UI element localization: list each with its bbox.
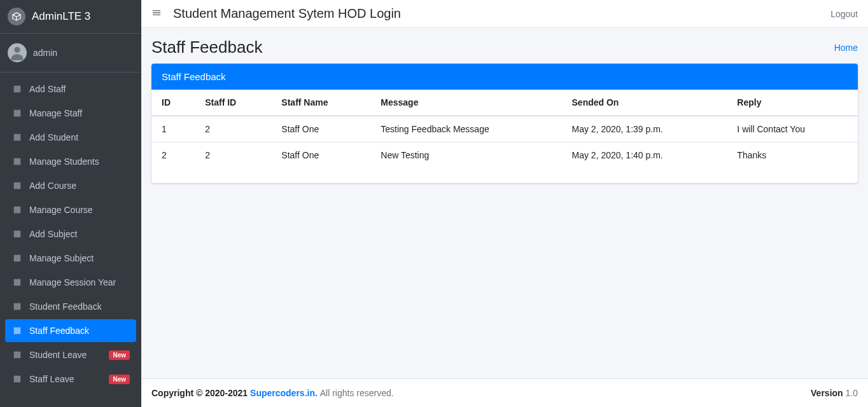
footer: Copyright © 2020-2021 Supercoders.in. Al… bbox=[141, 378, 868, 407]
sidebar: AdminLTE 3 admin Add StaffManage StaffAd… bbox=[0, 0, 141, 407]
cell-id: 1 bbox=[151, 116, 195, 142]
grid-icon bbox=[11, 156, 23, 167]
cell-sended_on: May 2, 2020, 1:39 p.m. bbox=[562, 116, 727, 142]
feedback-card: Staff Feedback IDStaff IDStaff NameMessa… bbox=[151, 64, 858, 183]
navbar-title: Student Management Sytem HOD Login bbox=[173, 6, 401, 21]
user-panel[interactable]: admin bbox=[0, 34, 141, 72]
sidebar-item-add-course[interactable]: Add Course bbox=[5, 174, 136, 197]
sidebar-item-label: Manage Session Year bbox=[29, 277, 116, 287]
cell-id: 2 bbox=[151, 142, 195, 169]
cell-staff_id: 2 bbox=[195, 116, 271, 142]
sidebar-item-staff-feedback[interactable]: Staff Feedback bbox=[5, 319, 136, 342]
grid-icon bbox=[11, 83, 23, 95]
sidebar-item-label: Manage Staff bbox=[29, 108, 82, 118]
breadcrumb: Home bbox=[834, 43, 858, 53]
grid-icon bbox=[11, 349, 23, 361]
sidebar-item-label: Staff Feedback bbox=[29, 326, 89, 336]
grid-icon bbox=[11, 277, 23, 288]
breadcrumb-home[interactable]: Home bbox=[834, 43, 858, 53]
column-header: Sended On bbox=[562, 90, 727, 116]
sidebar-nav: Add StaffManage StaffAdd StudentManage S… bbox=[0, 72, 141, 397]
sidebar-item-add-subject[interactable]: Add Subject bbox=[5, 223, 136, 245]
grid-icon bbox=[11, 373, 23, 385]
grid-icon bbox=[11, 301, 23, 312]
badge-new: New bbox=[109, 350, 130, 360]
sidebar-item-manage-course[interactable]: Manage Course bbox=[5, 198, 136, 221]
sidebar-item-manage-session-year[interactable]: Manage Session Year bbox=[5, 271, 136, 294]
sidebar-item-label: Staff Leave bbox=[29, 374, 74, 384]
sidebar-item-manage-subject[interactable]: Manage Subject bbox=[5, 247, 136, 270]
sidebar-item-label: Add Subject bbox=[29, 229, 78, 239]
card-header: Staff Feedback bbox=[151, 64, 858, 90]
grid-icon bbox=[11, 180, 23, 191]
footer-version: 1.0 bbox=[843, 388, 858, 398]
sidebar-item-student-feedback[interactable]: Student Feedback bbox=[5, 295, 136, 318]
footer-suffix: All rights reserved. bbox=[320, 388, 394, 398]
brand-text: AdminLTE 3 bbox=[32, 10, 90, 23]
sidebar-item-label: Manage Subject bbox=[29, 253, 94, 263]
sidebar-item-label: Manage Students bbox=[29, 156, 99, 167]
cell-reply: I will Contact You bbox=[727, 116, 858, 142]
menu-toggle-icon[interactable] bbox=[151, 8, 162, 20]
avatar bbox=[8, 43, 27, 62]
sidebar-item-add-staff[interactable]: Add Staff bbox=[5, 78, 136, 100]
top-navbar: Student Management Sytem HOD Login Logou… bbox=[141, 0, 868, 28]
brand[interactable]: AdminLTE 3 bbox=[0, 0, 141, 34]
content-header: Staff Feedback Home bbox=[141, 28, 868, 64]
grid-icon bbox=[11, 204, 23, 216]
sidebar-item-add-student[interactable]: Add Student bbox=[5, 126, 136, 149]
sidebar-item-label: Student Leave bbox=[29, 350, 87, 360]
column-header: Reply bbox=[727, 90, 858, 116]
cell-staff_name: Staff One bbox=[271, 116, 370, 142]
grid-icon bbox=[11, 252, 23, 264]
logout-link[interactable]: Logout bbox=[830, 9, 858, 19]
column-header: Message bbox=[370, 90, 561, 116]
grid-icon bbox=[11, 325, 23, 336]
footer-copyright: Copyright © 2020-2021 bbox=[151, 388, 250, 398]
sidebar-item-label: Add Student bbox=[29, 132, 78, 142]
column-header: Staff ID bbox=[195, 90, 271, 116]
sidebar-item-label: Add Course bbox=[29, 181, 76, 191]
table-row: 22Staff OneNew TestingMay 2, 2020, 1:40 … bbox=[151, 142, 858, 169]
sidebar-item-label: Add Staff bbox=[29, 84, 66, 94]
cell-reply: Thanks bbox=[727, 142, 858, 169]
sidebar-item-label: Manage Course bbox=[29, 205, 93, 215]
cell-staff_name: Staff One bbox=[271, 142, 370, 169]
grid-icon bbox=[11, 107, 23, 119]
sidebar-item-manage-staff[interactable]: Manage Staff bbox=[5, 102, 136, 125]
sidebar-item-manage-students[interactable]: Manage Students bbox=[5, 150, 136, 173]
user-name: admin bbox=[33, 48, 57, 58]
grid-icon bbox=[11, 228, 23, 240]
grid-icon bbox=[11, 132, 23, 143]
brand-logo-icon bbox=[8, 8, 25, 25]
cell-message: Testing Feedback Message bbox=[370, 116, 561, 142]
sidebar-item-student-leave[interactable]: Student LeaveNew bbox=[5, 343, 136, 366]
cell-message: New Testing bbox=[370, 142, 561, 169]
column-header: Staff Name bbox=[271, 90, 370, 116]
footer-version-label: Version bbox=[811, 388, 843, 398]
footer-link[interactable]: Supercoders.in. bbox=[250, 388, 318, 398]
column-header: ID bbox=[151, 90, 195, 116]
cell-sended_on: May 2, 2020, 1:40 p.m. bbox=[562, 142, 727, 169]
feedback-table: IDStaff IDStaff NameMessageSended OnRepl… bbox=[151, 90, 858, 168]
svg-point-0 bbox=[14, 47, 20, 53]
sidebar-item-label: Student Feedback bbox=[29, 301, 102, 312]
badge-new: New bbox=[109, 375, 130, 384]
table-row: 12Staff OneTesting Feedback MessageMay 2… bbox=[151, 116, 858, 142]
cell-staff_id: 2 bbox=[195, 142, 271, 169]
page-title: Staff Feedback bbox=[151, 38, 262, 57]
sidebar-item-staff-leave[interactable]: Staff LeaveNew bbox=[5, 368, 136, 390]
